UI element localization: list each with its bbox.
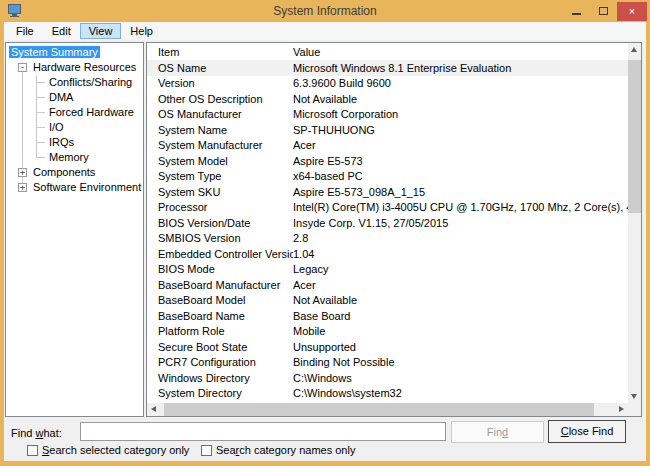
find-button[interactable]: Find bbox=[451, 421, 544, 443]
list-row[interactable]: Processor Intel(R) Core(TM) i3-4005U CPU… bbox=[147, 200, 628, 216]
maximize-button[interactable] bbox=[590, 2, 617, 21]
vertical-scrollbar-thumb[interactable] bbox=[628, 60, 641, 213]
list-row[interactable]: System Name SP-THUHUONG bbox=[147, 122, 628, 138]
list-cell-value: Unsupported bbox=[293, 341, 628, 353]
scroll-down-arrow-icon[interactable] bbox=[628, 390, 641, 403]
list-cell-item: Windows Directory bbox=[147, 372, 293, 384]
list-cell-value: Binding Not Possible bbox=[293, 356, 628, 368]
list-row[interactable]: BaseBoard Model Not Available bbox=[147, 293, 628, 309]
find-what-input[interactable] bbox=[80, 422, 446, 441]
list-cell-item: BaseBoard Model bbox=[147, 294, 293, 306]
list-cell-item: System Name bbox=[147, 124, 293, 136]
list-row[interactable]: Other OS Description Not Available bbox=[147, 91, 628, 107]
tree-item-label: Forced Hardware bbox=[47, 106, 136, 118]
list-cell-value: C:\Windows bbox=[293, 372, 628, 384]
scroll-right-arrow-icon[interactable] bbox=[615, 403, 628, 416]
list-row[interactable]: Platform Role Mobile bbox=[147, 324, 628, 340]
list-cell-value: Mobile bbox=[293, 325, 628, 337]
find-what-label: Find what: bbox=[11, 427, 62, 439]
menu-item-view[interactable]: View bbox=[80, 23, 122, 39]
list-cell-value: SP-THUHUONG bbox=[293, 124, 628, 136]
vertical-scrollbar[interactable] bbox=[628, 43, 641, 403]
list-cell-item: Embedded Controller Version bbox=[147, 248, 293, 260]
close-button[interactable]: × bbox=[617, 2, 647, 21]
minimize-icon bbox=[572, 13, 581, 15]
list-row[interactable]: OS Manufacturer Microsoft Corporation bbox=[147, 107, 628, 123]
list-cell-item: OS Name bbox=[147, 62, 293, 74]
list-cell-item: SMBIOS Version bbox=[147, 232, 293, 244]
tree-item[interactable]: Conflicts/Sharing bbox=[6, 75, 143, 90]
menu-item-edit[interactable]: Edit bbox=[43, 23, 80, 39]
list-cell-value: Not Available bbox=[293, 294, 628, 306]
list-cell-item: BIOS Mode bbox=[147, 263, 293, 275]
tree-item-label: IRQs bbox=[47, 136, 76, 148]
search-selected-category-label: Search selected category only bbox=[42, 444, 189, 456]
tree-item-label: Hardware Resources bbox=[31, 61, 138, 73]
minimize-button[interactable] bbox=[563, 2, 590, 21]
list-cell-item: Secure Boot State bbox=[147, 341, 293, 353]
tree-item[interactable]: + Software Environment bbox=[6, 180, 143, 195]
menu-item-file[interactable]: File bbox=[7, 23, 43, 39]
list-row[interactable]: System SKU Aspire E5-573_098A_1_15 bbox=[147, 184, 628, 200]
list-cell-value: Microsoft Windows 8.1 Enterprise Evaluat… bbox=[293, 62, 628, 74]
list-body: OS Name Microsoft Windows 8.1 Enterprise… bbox=[147, 60, 628, 403]
tree-expander-icon[interactable]: + bbox=[18, 183, 27, 192]
list-row[interactable]: BaseBoard Name Base Board bbox=[147, 308, 628, 324]
list-cell-item: BaseBoard Name bbox=[147, 310, 293, 322]
list-cell-item: System Manufacturer bbox=[147, 139, 293, 151]
list-row[interactable]: BaseBoard Manufacturer Acer bbox=[147, 277, 628, 293]
list-cell-value: Acer bbox=[293, 279, 628, 291]
tree-expander-icon[interactable]: + bbox=[18, 168, 27, 177]
search-selected-category-checkbox[interactable] bbox=[27, 445, 38, 456]
tree-item[interactable]: Forced Hardware bbox=[6, 105, 143, 120]
list-row[interactable]: System Directory C:\Windows\system32 bbox=[147, 386, 628, 402]
system-information-app-icon bbox=[8, 4, 22, 18]
list-cell-value: Not Available bbox=[293, 93, 628, 105]
list-cell-item: System Type bbox=[147, 170, 293, 182]
list-row[interactable]: BIOS Version/Date Insyde Corp. V1.15, 27… bbox=[147, 215, 628, 231]
list-row[interactable]: Version 6.3.9600 Build 9600 bbox=[147, 76, 628, 92]
list-cell-value: Aspire E5-573_098A_1_15 bbox=[293, 186, 628, 198]
list-cell-value: Acer bbox=[293, 139, 628, 151]
tree-expander-icon[interactable]: - bbox=[18, 63, 27, 72]
list-cell-item: Processor bbox=[147, 201, 293, 213]
menu-item-help[interactable]: Help bbox=[121, 23, 162, 39]
column-header-value: Value bbox=[293, 46, 628, 58]
list-row[interactable]: System Type x64-based PC bbox=[147, 169, 628, 185]
tree-item-label: Conflicts/Sharing bbox=[47, 76, 134, 88]
list-row[interactable]: System Model Aspire E5-573 bbox=[147, 153, 628, 169]
list-cell-item: Other OS Description bbox=[147, 93, 293, 105]
list-row[interactable]: Windows Directory C:\Windows bbox=[147, 370, 628, 386]
tree-item-label: DMA bbox=[47, 91, 75, 103]
tree-item[interactable]: + Components bbox=[6, 165, 143, 180]
list-row[interactable]: OS Name Microsoft Windows 8.1 Enterprise… bbox=[147, 60, 628, 76]
list-row[interactable]: PCR7 Configuration Binding Not Possible bbox=[147, 355, 628, 371]
tree-item-label: Software Environment bbox=[31, 181, 143, 193]
close-find-button[interactable]: Close Find bbox=[548, 420, 626, 443]
scroll-up-arrow-icon[interactable] bbox=[628, 43, 641, 56]
tree-item[interactable]: Memory bbox=[6, 150, 143, 165]
list-row[interactable]: System Manufacturer Acer bbox=[147, 138, 628, 154]
horizontal-scrollbar[interactable] bbox=[147, 403, 628, 416]
horizontal-scrollbar-thumb[interactable] bbox=[164, 403, 594, 416]
tree-item[interactable]: IRQs bbox=[6, 135, 143, 150]
tree-item[interactable]: - Hardware Resources bbox=[6, 60, 143, 75]
list-cell-value: Insyde Corp. V1.15, 27/05/2015 bbox=[293, 217, 628, 229]
menu-bar: File Edit View Help bbox=[4, 22, 646, 40]
tree-item[interactable]: System Summary bbox=[6, 45, 143, 60]
list-cell-item: Platform Role bbox=[147, 325, 293, 337]
list-cell-item: OS Manufacturer bbox=[147, 108, 293, 120]
list-row[interactable]: Embedded Controller Version 1.04 bbox=[147, 246, 628, 262]
tree-item[interactable]: DMA bbox=[6, 90, 143, 105]
list-cell-item: System Directory bbox=[147, 387, 293, 399]
list-cell-value: Legacy bbox=[293, 263, 628, 275]
search-category-names-label: Search category names only bbox=[216, 444, 355, 456]
tree-item[interactable]: I/O bbox=[6, 120, 143, 135]
list-row[interactable]: SMBIOS Version 2.8 bbox=[147, 231, 628, 247]
scroll-left-arrow-icon[interactable] bbox=[147, 403, 160, 416]
search-category-names-checkbox[interactable] bbox=[201, 445, 212, 456]
list-row[interactable]: Secure Boot State Unsupported bbox=[147, 339, 628, 355]
column-header-item: Item bbox=[147, 46, 293, 58]
category-tree: System Summary - Hardware Resources Conf… bbox=[5, 42, 144, 417]
list-row[interactable]: BIOS Mode Legacy bbox=[147, 262, 628, 278]
